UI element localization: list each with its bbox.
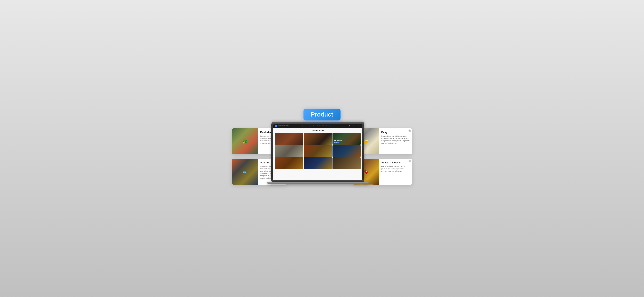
card-title-snack: Snack & Sweets [381, 161, 410, 164]
overlay-dairy2 [275, 145, 303, 157]
website: PT SUMBER MUTU UTAMA Beranda Tentang Kam… [273, 124, 362, 180]
nav-tentang[interactable]: Tentang Kami [307, 125, 312, 126]
screen-content: PT SUMBER MUTU UTAMA Beranda Tentang Kam… [273, 124, 362, 180]
overlay-luggage [304, 157, 332, 169]
product-btn-fruits[interactable]: Selengkapnya [334, 142, 340, 143]
nav-logo: PT SUMBER MUTU UTAMA [275, 125, 289, 127]
food-icon-seafood: 🐟 [232, 159, 258, 185]
nav-links: Beranda Tentang Kami Produk Distribusi G… [291, 125, 343, 126]
card-desc-snack: Produk Snack dengan mutu produk premium … [381, 165, 410, 172]
card-image-buah: 🥦 [232, 128, 258, 154]
product-cell-meat[interactable] [275, 133, 303, 145]
product-badge: Product [304, 109, 340, 120]
product-label-fruits: Buah dan Sayur [334, 140, 360, 141]
product-cell-dairy2[interactable] [275, 145, 303, 157]
search-label: Pencarian [345, 125, 348, 126]
product-cell-snacks[interactable] [304, 145, 332, 157]
card-desc-dairy: Memberikan produk olahan dairy dari prod… [381, 135, 410, 144]
nav-beranda[interactable]: Beranda [302, 125, 306, 126]
product-label-box-fruits: Buah dan Sayur Selengkapnya [334, 140, 360, 144]
nav-galeri[interactable]: Galeri [322, 125, 324, 126]
laptop-screen-outer: PT SUMBER MUTU UTAMA Beranda Tentang Kam… [272, 122, 364, 180]
overlay-spices [275, 157, 303, 169]
language-switcher[interactable]: English | Bahasa Indonesia [352, 125, 361, 126]
product-cell-tools[interactable] [332, 157, 361, 169]
laptop-screen-bezel: PT SUMBER MUTU UTAMA Beranda Tentang Kam… [273, 124, 362, 180]
close-icon-dairy[interactable]: × [408, 129, 411, 132]
card-body-dairy: Dairy Memberikan produk olahan dairy dar… [379, 128, 412, 154]
laptop-body: PT SUMBER MUTU UTAMA Beranda Tentang Kam… [272, 122, 364, 184]
card-image-seafood: 🐟 [232, 159, 258, 185]
product-cell-spices[interactable] [275, 157, 303, 169]
overlay-meat [275, 133, 303, 145]
nav-produk[interactable]: Produk [313, 125, 316, 126]
laptop: PT SUMBER MUTU UTAMA Beranda Tentang Kam… [272, 122, 373, 188]
overlay-snacks [304, 145, 332, 157]
products-grid: Buah dan Sayur Selengkapnya [275, 133, 361, 169]
search-area[interactable]: Pencarian 🔍 [345, 125, 350, 126]
overlay-tools [332, 157, 361, 169]
products-page-title: Produk Kami [275, 129, 361, 132]
search-icon: 🔍 [349, 125, 350, 126]
overlay-drinks [332, 145, 361, 157]
food-icon-buah: 🥦 [232, 128, 258, 154]
overlay-salmon [304, 133, 332, 145]
product-cell-luggage[interactable] [304, 157, 332, 169]
laptop-base [267, 182, 368, 184]
brand-name: PT SUMBER MUTU UTAMA [278, 125, 289, 126]
trackpad[interactable] [310, 182, 326, 183]
card-body-snack: Snack & Sweets Produk Snack dengan mutu … [379, 159, 412, 185]
website-body: Produk Kami [273, 128, 362, 180]
logo-icon [275, 125, 277, 127]
nav-bar: PT SUMBER MUTU UTAMA Beranda Tentang Kam… [273, 124, 362, 128]
product-cell-salmon[interactable] [304, 133, 332, 145]
product-cell-drinks[interactable] [332, 145, 361, 157]
products-page: Produk Kami [273, 128, 362, 171]
scene: Product × 🥦 Buah dan Sayur Buah dan sayu… [245, 109, 400, 188]
nav-hubungi[interactable]: Hubungi Kami [326, 125, 331, 126]
card-title-dairy: Dairy [381, 131, 410, 134]
close-icon-snack[interactable]: × [408, 160, 411, 162]
laptop-hinge [272, 180, 364, 182]
nav-distribusi[interactable]: Distribusi [318, 125, 321, 126]
product-cell-fruits[interactable]: Buah dan Sayur Selengkapnya [332, 133, 361, 145]
laptop-reflection [272, 184, 373, 188]
